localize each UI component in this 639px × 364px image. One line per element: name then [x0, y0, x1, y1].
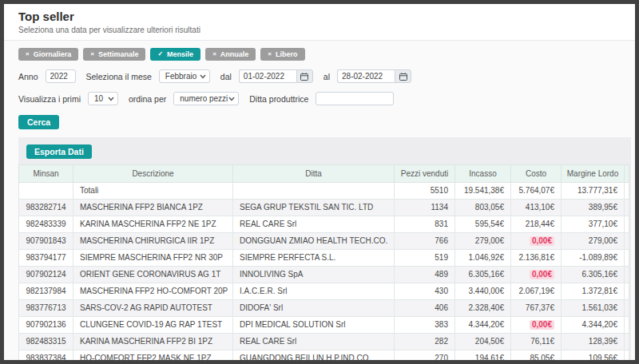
zero-cost-badge: 0,00€: [530, 236, 554, 246]
cell-descrizione: MASCHERINA CHIRURGICA IIR 1PZ: [73, 233, 233, 250]
cell-pezzi: 406: [395, 300, 455, 317]
cell-margine: 377,10€: [562, 216, 625, 233]
cell-descrizione: KARINA MASCHERINA FFP2 NE 1PZ: [73, 216, 233, 233]
cell-ditta: INNOLIVING SpA: [233, 267, 395, 283]
cerca-button[interactable]: Cerca: [18, 115, 59, 129]
calendar-icon: [399, 73, 407, 81]
cell-descrizione: HO-COMFORT FFP2 MASK NE 1PZ: [73, 350, 233, 364]
dal-calendar-button[interactable]: [296, 69, 313, 83]
ordina-label: ordina per: [129, 94, 166, 104]
ordina-select[interactable]: numero pezzi: [173, 92, 239, 105]
cell-pezzi: 383: [395, 317, 455, 334]
cell-costo: 5.764,07€: [511, 183, 562, 200]
visualizza-select[interactable]: 10: [88, 92, 118, 105]
pill-settimanale[interactable]: ×Settimanale: [83, 48, 145, 61]
cell-pezzi: 519: [395, 250, 455, 267]
check-icon: ✓: [157, 51, 163, 57]
cell-margine: 109,56€: [562, 350, 625, 364]
cell-minsan: 983776713: [19, 300, 73, 317]
table-row: 983837384HO-COMFORT FFP2 MASK NE 1PZGUAN…: [19, 350, 629, 364]
cell-margine: 389,95€: [562, 200, 625, 216]
cell-ditta: [233, 183, 395, 200]
pill-label: Libero: [276, 50, 298, 58]
visualizza-label: Visualizza i primi: [18, 94, 81, 104]
cell-minsan: 982137984: [19, 283, 73, 300]
cell-filler: [625, 317, 629, 334]
cell-costo: 218,44€: [511, 216, 562, 233]
pill-label: Mensile: [167, 50, 193, 58]
cell-ditta: GUANGDONG BEILUN H.P.IND.CO.: [233, 350, 395, 364]
filters-section: ×Giornaliera×Settimanale✓Mensile×Annuale…: [4, 41, 635, 105]
col-header-pezzi-venduti: Pezzi venduti: [395, 165, 455, 183]
cell-minsan: 983794177: [19, 250, 73, 267]
al-calendar-button[interactable]: [395, 69, 411, 83]
zero-cost-badge: 0,00€: [530, 320, 554, 330]
app-window: Top seller Seleziona una data per visual…: [0, 0, 639, 364]
table-row: 982137984MASCHERINA FFP2 HO-COMFORT 20PI…: [19, 283, 629, 300]
cell-margine: 1.561,03€: [562, 300, 625, 317]
dal-dategroup: [239, 69, 313, 83]
col-header-incasso: Incasso: [455, 165, 511, 183]
pill-libero[interactable]: ×Libero: [260, 48, 304, 61]
al-date-input[interactable]: [337, 69, 395, 83]
pill-annuale[interactable]: ×Annuale: [205, 48, 256, 61]
cell-descrizione: CLUNGENE COVID-19 AG RAP 1TEST: [73, 317, 233, 334]
cell-incasso: 4.344,20€: [455, 317, 511, 334]
cell-incasso: 803,05€: [455, 200, 511, 216]
results-panel: Esporta Dati Minsan Descrizione Ditta Pe…: [18, 137, 631, 364]
period-pills: ×Giornaliera×Settimanale✓Mensile×Annuale…: [18, 48, 635, 61]
cell-filler: [625, 334, 629, 350]
cell-minsan: 983282714: [19, 200, 73, 216]
cell-filler: [625, 350, 629, 364]
cell-descrizione: MASCHERINA FFP2 HO-COMFORT 20P: [73, 283, 233, 300]
cell-minsan: 907902136: [19, 317, 73, 334]
cell-incasso: 6.305,16€: [455, 267, 511, 283]
pill-label: Annuale: [220, 50, 249, 58]
cell-filler: [625, 267, 629, 283]
sort-filter-row: Visualizza i primi 10 ordina per numero …: [18, 92, 635, 105]
cell-filler: [625, 283, 629, 300]
visualizza-select-value: 10: [94, 94, 103, 103]
col-header-minsan: Minsan: [19, 165, 73, 183]
cell-totali-label: Totali: [73, 183, 233, 200]
esporta-dati-button[interactable]: Esporta Dati: [26, 144, 92, 159]
dal-date-input[interactable]: [239, 69, 296, 83]
cell-filler: [625, 233, 629, 250]
table-body: Totali551019.541,38€5.764,07€13.777,31€9…: [19, 183, 629, 364]
cell-descrizione: SIEMPRE MASCHERINA FFP2 NR 30P: [73, 250, 233, 267]
pill-label: Settimanale: [98, 50, 139, 58]
chevron-down-icon: [228, 97, 235, 101]
col-header-descrizione: Descrizione: [73, 165, 233, 183]
mese-select[interactable]: Febbraio: [159, 69, 210, 83]
cell-costo: 0,00€: [511, 233, 562, 250]
cell-filler: [625, 250, 629, 267]
cell-minsan: 982483315: [19, 334, 73, 350]
table-row: 907901843MASCHERINA CHIRURGICA IIR 1PZDO…: [19, 233, 629, 250]
cell-margine: 279,00€: [562, 233, 625, 250]
cell-incasso: 3.440,00€: [455, 283, 511, 300]
cell-costo: 767,37€: [511, 300, 562, 317]
table-row: 982483339KARINA MASCHERINA FFP2 NE 1PZRE…: [19, 216, 629, 233]
mese-label: Seleziona il mese: [86, 72, 152, 81]
cell-filler: [625, 183, 629, 200]
cell-descrizione: ORIENT GENE CORONAVIRUS AG 1T: [73, 267, 233, 283]
ditta-produttrice-input[interactable]: [316, 92, 394, 105]
pill-mensile[interactable]: ✓Mensile: [150, 48, 200, 61]
cell-descrizione: MASCHERINA FFP2 BIANCA 1PZ: [73, 200, 233, 216]
table-row: 983776713SARS-COV-2 AG RAPID AUTOTESTDID…: [19, 300, 629, 317]
cell-margine: 13.777,31€: [562, 183, 625, 200]
cell-incasso: 1.046,92€: [455, 250, 511, 267]
table-header-row: Minsan Descrizione Ditta Pezzi venduti I…: [19, 165, 629, 183]
cell-incasso: 279,00€: [455, 233, 511, 250]
cell-margine: -1.089,89€: [562, 250, 625, 267]
col-header-margine-lordo: Margine Lordo: [562, 165, 625, 183]
pill-giornaliera[interactable]: ×Giornaliera: [18, 48, 78, 61]
cell-costo: 0,00€: [511, 267, 562, 283]
anno-input[interactable]: [46, 69, 76, 83]
cell-ditta: SEGA GRUP TEKSTIL SAN TIC. LTD: [233, 200, 395, 216]
col-header-ditta: Ditta: [233, 165, 395, 183]
page-header: Top seller Seleziona una data per visual…: [4, 4, 635, 41]
date-filter-row: Anno Seleziona il mese Febbraio dal al: [18, 69, 635, 83]
cell-minsan: 983837384: [19, 350, 73, 364]
ditta-label: Ditta produttrice: [249, 94, 308, 104]
